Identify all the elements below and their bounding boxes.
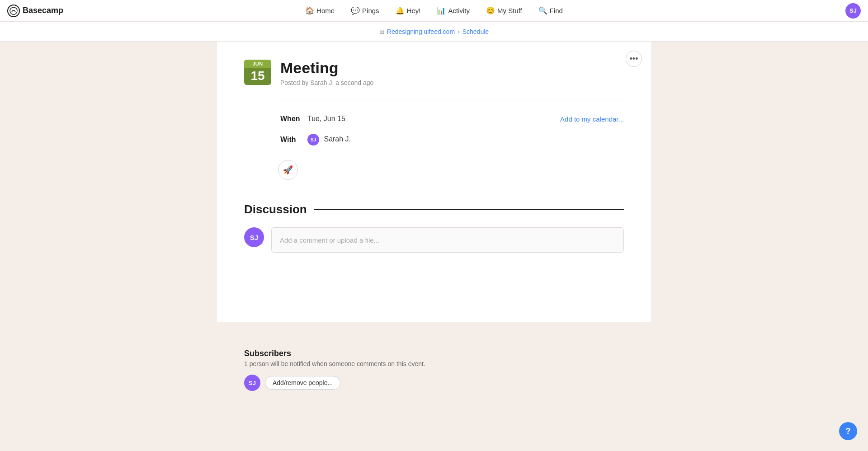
when-label: When [280, 115, 307, 123]
nav-home-label: Home [316, 7, 335, 14]
nav-mystuff-label: My Stuff [497, 7, 522, 14]
with-row: With SJ Sarah J. [280, 128, 624, 151]
subscribers-description: 1 person will be notified when someone c… [244, 360, 624, 367]
main-wrapper: ••• Jun 15 Meeting Posted by Sarah J. a … [0, 42, 868, 322]
logo-icon [7, 5, 20, 17]
home-icon: 🏠 [305, 6, 314, 15]
content-card: ••• Jun 15 Meeting Posted by Sarah J. a … [217, 42, 651, 322]
discussion-title: Discussion [244, 202, 307, 216]
nav-pings-label: Pings [362, 7, 379, 14]
subscribers-panel: Subscribers 1 person will be notified wh… [217, 335, 651, 404]
bottom-section: Subscribers 1 person will be notified wh… [0, 322, 868, 423]
event-meta: Posted by Sarah J. a second ago [280, 79, 373, 86]
event-details: When Tue, Jun 15 Add to my calendar... W… [280, 100, 624, 151]
discussion-header: Discussion [244, 202, 624, 216]
date-badge: Jun 15 [244, 60, 271, 85]
nav-items: 🏠 Home 💬 Pings 🔔 Hey! 📊 Activity 😊 My St… [299, 4, 569, 18]
pings-icon: 💬 [351, 6, 360, 15]
comment-area: SJ Add a comment or upload a file... [244, 227, 624, 253]
nav-find-label: Find [550, 7, 563, 14]
breadcrumb-page-link[interactable]: Schedule [462, 28, 489, 35]
breadcrumb: ⊞ Redesigning uifeed.com › Schedule [0, 22, 868, 42]
top-nav: Basecamp 🏠 Home 💬 Pings 🔔 Hey! 📊 Activit… [0, 0, 868, 22]
nav-home[interactable]: 🏠 Home [299, 4, 341, 18]
event-title-area: Meeting Posted by Sarah J. a second ago [280, 60, 373, 86]
attendee-avatar: SJ [307, 134, 319, 146]
attendee-name: Sarah J. [324, 136, 351, 143]
discussion-divider [314, 209, 624, 210]
add-remove-people-button[interactable]: Add/remove people... [265, 376, 340, 390]
hey-icon: 🔔 [396, 6, 405, 15]
with-value: SJ Sarah J. [307, 134, 624, 146]
svg-point-0 [10, 7, 17, 14]
nav-hey-label: Hey! [407, 7, 421, 14]
breadcrumb-icon: ⊞ [379, 28, 385, 35]
event-header: Jun 15 Meeting Posted by Sarah J. a seco… [244, 60, 624, 86]
nav-hey[interactable]: 🔔 Hey! [389, 4, 427, 18]
nav-find[interactable]: 🔍 Find [532, 4, 569, 18]
discussion-section: Discussion SJ Add a comment or upload a … [244, 198, 624, 253]
nav-activity[interactable]: 📊 Activity [430, 4, 476, 18]
rocket-button[interactable]: 🚀 [278, 160, 298, 180]
more-options-button[interactable]: ••• [626, 51, 642, 67]
activity-icon: 📊 [437, 6, 446, 15]
comment-user-avatar: SJ [244, 227, 264, 247]
user-avatar-nav[interactable]: SJ [845, 3, 861, 19]
date-badge-month: Jun [244, 60, 271, 68]
basecamp-logo[interactable]: Basecamp [7, 5, 63, 17]
add-to-calendar-link[interactable]: Add to my calendar... [560, 115, 624, 123]
when-row: When Tue, Jun 15 Add to my calendar... [280, 109, 624, 128]
when-value: Tue, Jun 15 [307, 115, 560, 123]
nav-mystuff[interactable]: 😊 My Stuff [480, 4, 528, 18]
subscribers-row: SJ Add/remove people... [244, 375, 624, 391]
nav-pings[interactable]: 💬 Pings [344, 4, 386, 18]
help-button[interactable]: ? [839, 422, 857, 440]
logo-text: Basecamp [23, 6, 63, 15]
breadcrumb-separator: › [458, 28, 460, 35]
date-badge-day: 15 [244, 68, 271, 85]
comment-placeholder: Add a comment or upload a file... [280, 236, 379, 244]
comment-input[interactable]: Add a comment or upload a file... [271, 227, 624, 253]
subscriber-avatar: SJ [244, 375, 260, 391]
with-label: With [280, 136, 307, 144]
event-title: Meeting [280, 60, 373, 76]
find-icon: 🔍 [538, 6, 547, 15]
nav-activity-label: Activity [448, 7, 470, 14]
breadcrumb-project-link[interactable]: Redesigning uifeed.com [387, 28, 455, 35]
mystuff-icon: 😊 [486, 6, 495, 15]
rocket-area: 🚀 [278, 160, 624, 180]
subscribers-title: Subscribers [244, 349, 624, 358]
